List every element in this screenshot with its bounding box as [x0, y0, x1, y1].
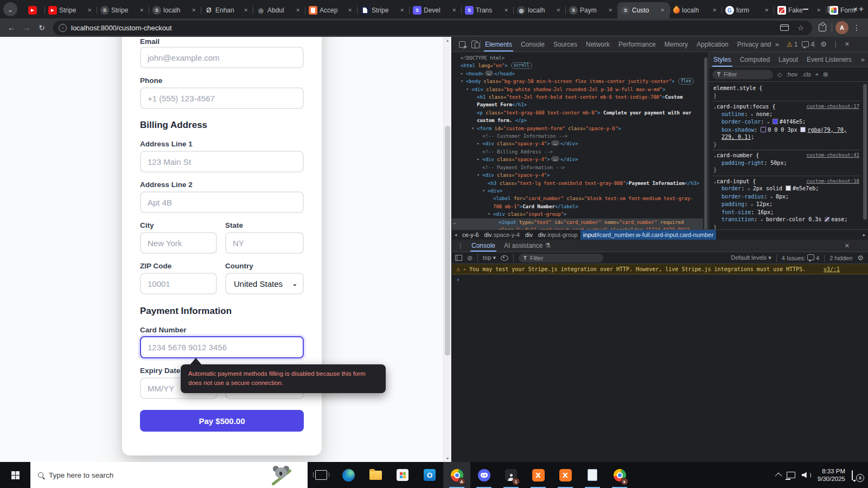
tab-close-icon[interactable]: ✕: [763, 7, 770, 14]
console-settings-icon[interactable]: ⚙: [857, 254, 864, 262]
taskbar-clock[interactable]: 8:33 PM 9/30/2025: [818, 467, 845, 483]
flex-badge[interactable]: flex: [678, 78, 694, 85]
tab-close-icon[interactable]: ✕: [659, 7, 666, 14]
css-property[interactable]: border-radius: ▸ 8px;: [713, 193, 860, 201]
collapse-arrow-icon[interactable]: ▾: [488, 210, 490, 218]
styles-filter-input[interactable]: Filter: [712, 70, 773, 79]
state-input[interactable]: [225, 232, 304, 254]
collapse-arrow-icon[interactable]: ▾: [471, 125, 474, 132]
collapse-arrow-icon[interactable]: ▾: [466, 86, 469, 93]
longhand-expand-icon[interactable]: ▸: [770, 195, 776, 200]
tab-close-icon[interactable]: ✕: [503, 7, 509, 14]
volume-icon[interactable]: [802, 472, 811, 478]
breadcrumb-item[interactable]: div: [522, 230, 535, 240]
city-input[interactable]: [140, 232, 217, 254]
devtools-tab-application[interactable]: Application: [692, 37, 733, 52]
devtools-tab-privacy-and-security[interactable]: Privacy and security: [733, 37, 772, 52]
browser-tab[interactable]: Gform✕: [722, 2, 774, 18]
zip-input[interactable]: [140, 273, 217, 294]
devtools-tab-console[interactable]: Console: [516, 37, 549, 52]
notification-icon[interactable]: 8: [852, 471, 861, 479]
elements-scrollbar[interactable]: [703, 52, 709, 229]
styles-more-icon[interactable]: »: [858, 55, 868, 63]
css-property[interactable]: box-shadow: 0 0 0 3px rgba(79, 70, 229, …: [713, 126, 860, 141]
card-number-input[interactable]: [140, 336, 304, 358]
dom-tree-node[interactable]: ▾<form id="custom-payment-form" class="s…: [452, 125, 703, 132]
notepad-taskbar-icon[interactable]: [579, 462, 606, 488]
devtools-tab-network[interactable]: Network: [582, 37, 614, 52]
scroll-badge[interactable]: scroll: [511, 62, 532, 69]
tray-chevron-icon[interactable]: [775, 472, 782, 479]
dom-tree-node[interactable]: ▾<div class="space-y-4">: [452, 171, 703, 179]
browser-tab[interactable]: Accep✕: [305, 2, 357, 18]
tab-close-icon[interactable]: ✕: [242, 7, 249, 14]
expand-triangle-icon[interactable]: ▸: [463, 267, 466, 272]
console-sidebar-icon[interactable]: [455, 255, 462, 261]
tab-close-icon[interactable]: ✕: [399, 7, 405, 14]
shadow-editor-icon[interactable]: [761, 127, 766, 132]
browser-tab[interactable]: Stripe✕: [357, 2, 409, 18]
devtools-close-icon[interactable]: ✕: [845, 41, 850, 48]
styles-scrollbar-thumb[interactable]: [863, 84, 867, 220]
class-toggle-button[interactable]: .cls: [802, 71, 811, 78]
new-style-rule-button[interactable]: +: [815, 71, 819, 78]
style-source-link[interactable]: custom-checkout:41: [806, 152, 859, 159]
css-property[interactable]: padding-right: 50px;: [713, 159, 860, 167]
browser-tab[interactable]: Slocalh✕: [149, 2, 201, 18]
devtools-tab-elements[interactable]: Elements: [481, 37, 516, 52]
window-close-button[interactable]: ✕: [843, 0, 868, 18]
default-levels-dropdown[interactable]: Default levels ▾: [731, 254, 771, 261]
address2-input[interactable]: [140, 191, 304, 213]
dom-tree-node[interactable]: ▾<div class="input-group">: [452, 210, 703, 218]
css-property[interactable]: padding: ▸ 12px;: [713, 201, 860, 209]
inspect-element-icon[interactable]: [456, 39, 468, 50]
node-menu-dots-icon[interactable]: …: [453, 219, 456, 226]
drawer-menu-icon[interactable]: ⋮: [454, 242, 467, 249]
bezier-editor-icon[interactable]: [825, 217, 829, 222]
browser-tab[interactable]: ØEnhan✕: [201, 2, 253, 18]
dom-tree-node[interactable]: ▾<div class="bg-white shadow-2xl rounded…: [452, 86, 703, 93]
tab-close-icon[interactable]: ✕: [555, 7, 561, 14]
longhand-expand-icon[interactable]: ▸: [761, 217, 766, 222]
console-warning-message[interactable]: ⚠ ▸ You may test your Stripe.js integrat…: [452, 264, 868, 274]
longhand-expand-icon[interactable]: ▸: [751, 202, 756, 207]
url-text[interactable]: localhost:8000/custom-checkout: [71, 24, 774, 32]
expand-ellipsis-button[interactable]: …: [551, 140, 559, 146]
element-state-icon[interactable]: ◇: [777, 71, 782, 78]
error-badge[interactable]: ⚠ 1: [787, 41, 797, 48]
css-property[interactable]: border: ▸ 2px solid #e5e7eb;: [713, 185, 860, 193]
tab-search-button[interactable]: ⌄: [3, 2, 17, 16]
page-scrollbar-thumb[interactable]: [445, 126, 450, 356]
country-select[interactable]: United States ⌄: [225, 273, 304, 294]
dom-tree-node[interactable]: <!-- Payment Information -->: [452, 164, 703, 171]
tab-close-icon[interactable]: ✕: [711, 7, 718, 14]
browser-tab[interactable]: STrans✕: [461, 2, 513, 18]
expand-arrow-icon[interactable]: ▸: [477, 156, 480, 163]
browser-tab[interactable]: ◎Abdul✕: [253, 2, 305, 18]
devtools-menu-icon[interactable]: ⋮: [832, 40, 839, 48]
breadcrumb-item[interactable]: div.input-group: [535, 230, 580, 240]
longhand-expand-icon[interactable]: ▸: [748, 187, 753, 191]
breadcrumb-item[interactable]: input#card_number.w-full.card-input.card…: [580, 230, 716, 240]
pseudo-state-button[interactable]: :hov: [786, 71, 797, 78]
devtools-tab-memory[interactable]: Memory: [660, 37, 692, 52]
console-warning-source-link[interactable]: v3/:1: [824, 266, 840, 272]
chrome-taskbar-icon[interactable]: A: [443, 462, 470, 488]
ai-assistance-tab[interactable]: AI assistance ⚗: [500, 240, 555, 252]
issues-badge[interactable]: 4: [802, 41, 814, 48]
chrome-taskbar-icon[interactable]: k: [606, 462, 633, 488]
pay-button[interactable]: Pay $500.00: [140, 410, 304, 432]
css-property[interactable]: border-color: ▸ #4f46e5;: [713, 118, 860, 126]
scroll-up-icon[interactable]: ▲: [444, 38, 451, 42]
store-taskbar-icon[interactable]: [389, 462, 416, 488]
address1-input[interactable]: [140, 151, 304, 172]
console-tab[interactable]: Console: [467, 240, 500, 252]
javascript-context-selector[interactable]: top ▾: [483, 254, 496, 261]
dom-tree-node[interactable]: <label for="card_number" class="block te…: [452, 195, 703, 210]
tab-close-icon[interactable]: ✕: [347, 7, 353, 14]
expand-ellipsis-button[interactable]: …: [551, 156, 559, 162]
issues-count[interactable]: 4 Issues: 4: [782, 254, 819, 261]
extensions-icon[interactable]: [816, 24, 828, 31]
tab-close-icon[interactable]: ✕: [86, 7, 93, 14]
rule-selector[interactable]: element.style {: [713, 85, 828, 92]
